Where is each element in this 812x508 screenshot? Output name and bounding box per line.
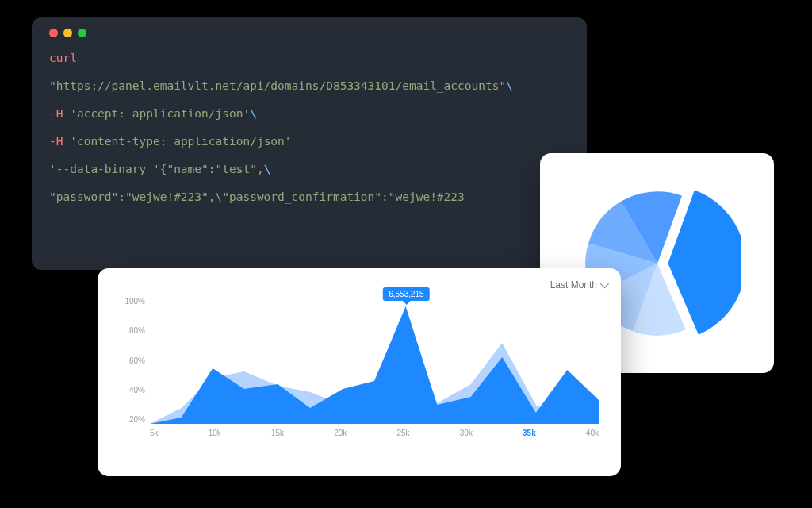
terminal-window: curl"https://panel.emailvlt.net/api/doma… <box>32 17 587 270</box>
chevron-down-icon <box>600 279 609 288</box>
code-line: curl <box>49 50 569 67</box>
area-plot: 6,553,215 <box>150 297 599 424</box>
code-block: curl"https://panel.emailvlt.net/api/doma… <box>49 50 569 206</box>
x-axis-tick: 5k <box>150 429 159 437</box>
code-line: -H 'content-type: application/json' <box>49 133 569 150</box>
time-range-label: Last Month <box>550 279 597 291</box>
code-line: "password":"wejwe!#223",\"password_confi… <box>49 189 569 206</box>
y-axis: 100%80%60%40%20% <box>123 297 145 424</box>
x-axis: 5k10k15k20k25k30k35k40k <box>150 429 599 437</box>
window-zoom-icon[interactable] <box>78 29 86 37</box>
y-axis-tick: 40% <box>123 386 145 394</box>
y-axis-tick: 80% <box>123 326 145 335</box>
window-close-icon[interactable] <box>49 29 58 37</box>
y-axis-tick: 60% <box>123 356 145 365</box>
y-axis-tick: 20% <box>123 415 145 424</box>
chart-tooltip: 6,553,215 <box>383 287 430 301</box>
x-axis-tick: 35k <box>523 429 536 437</box>
y-axis-tick: 100% <box>123 297 145 306</box>
x-axis-tick: 30k <box>460 429 473 437</box>
code-line: -H 'accept: application/json'\ <box>49 106 569 122</box>
traffic-lights <box>49 29 569 37</box>
window-minimize-icon[interactable] <box>63 29 72 37</box>
x-axis-tick: 25k <box>397 429 410 437</box>
x-axis-tick: 20k <box>334 429 347 437</box>
time-range-selector[interactable]: Last Month <box>112 279 607 291</box>
code-line: '--data-binary '{"name":"test",\ <box>49 161 569 178</box>
x-axis-tick: 10k <box>209 429 221 437</box>
x-axis-tick: 40k <box>586 429 599 437</box>
code-line: "https://panel.emailvlt.net/api/domains/… <box>49 78 569 94</box>
x-axis-tick: 15k <box>271 429 284 437</box>
area-chart-card: Last Month 100%80%60%40%20% 6,553,215 5k… <box>98 268 621 476</box>
